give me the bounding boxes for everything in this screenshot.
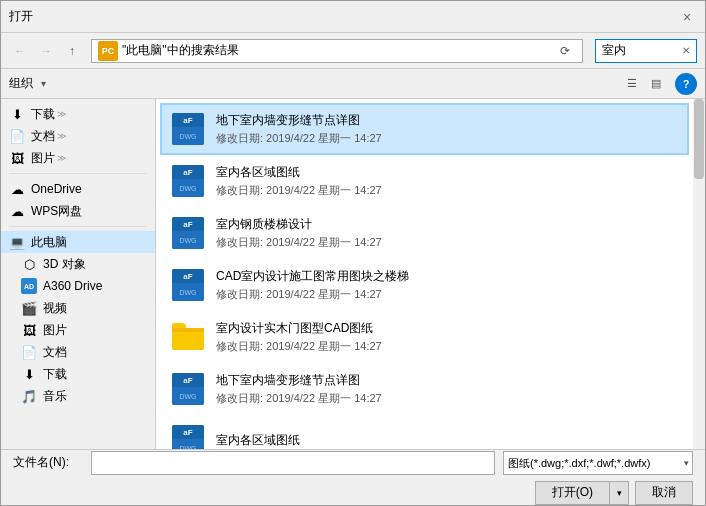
sidebar-item-pictures[interactable]: 🖼 图片 ≫ — [1, 147, 155, 169]
filename-input[interactable] — [91, 451, 495, 475]
sidebar-item-documents2[interactable]: 📄 文档 — [1, 341, 155, 363]
sidebar-item-a360[interactable]: AD A360 Drive — [1, 275, 155, 297]
file-name-7: 室内各区域图纸 — [216, 432, 679, 449]
close-button[interactable]: × — [677, 7, 697, 27]
file-icon-5 — [170, 319, 206, 355]
file-icon-2: aF DWG — [170, 163, 206, 199]
open-arrow-button[interactable]: ▾ — [609, 481, 629, 505]
documents2-icon: 📄 — [21, 344, 37, 360]
file-item-7[interactable]: aF DWG 室内各区域图纸 — [160, 415, 689, 449]
file-name-5: 室内设计实木门图型CAD图纸 — [216, 320, 679, 337]
sidebar-item-wpsdisk-label: WPS网盘 — [31, 203, 82, 220]
sidebar-item-download2-label: 下载 — [43, 366, 67, 383]
sidebar-item-videos[interactable]: 🎬 视频 — [1, 297, 155, 319]
pictures-icon: 🖼 — [9, 150, 25, 166]
file-icon-1: aF DWG — [170, 111, 206, 147]
sidebar-item-pictures2-label: 图片 — [43, 322, 67, 339]
download-icon: ⬇ — [9, 106, 25, 122]
search-input[interactable] — [596, 40, 676, 62]
videos-icon: 🎬 — [21, 300, 37, 316]
address-bar[interactable]: PC "此电脑"中的搜索结果 ⟳ — [91, 39, 583, 63]
file-info-6: 地下室内墙变形缝节点详图 修改日期: 2019/4/22 星期一 14:27 — [216, 372, 679, 406]
file-name-3: 室内钢质楼梯设计 — [216, 216, 679, 233]
sidebar-item-download[interactable]: ⬇ 下载 ≫ — [1, 103, 155, 125]
a360-icon: AD — [21, 278, 37, 294]
scrollbar[interactable] — [693, 99, 705, 449]
filetype-select[interactable]: 图纸(*.dwg;*.dxf;*.dwf;*.dwfx) — [503, 451, 693, 475]
sidebar-item-download-label: 下载 — [31, 106, 55, 123]
sidebar-item-thispc[interactable]: 💻 此电脑 — [1, 231, 155, 253]
3dobjects-icon: ⬡ — [21, 256, 37, 272]
open-dialog: 打开 × ← → ↑ PC "此电脑"中的搜索结果 ⟳ ✕ 组织 ▾ ☰ ▤ ? — [0, 0, 706, 506]
file-icon-6: aF DWG — [170, 371, 206, 407]
forward-button[interactable]: → — [35, 40, 57, 62]
file-icon-3: aF DWG — [170, 215, 206, 251]
address-text: "此电脑"中的搜索结果 — [122, 42, 554, 59]
refresh-button[interactable]: ⟳ — [554, 40, 576, 62]
file-info-4: CAD室内设计施工图常用图块之楼梯 修改日期: 2019/4/22 星期一 14… — [216, 268, 679, 302]
file-info-5: 室内设计实木门图型CAD图纸 修改日期: 2019/4/22 星期一 14:27 — [216, 320, 679, 354]
file-item-6[interactable]: aF DWG 地下室内墙变形缝节点详图 修改日期: 2019/4/22 星期一 … — [160, 363, 689, 415]
file-icon-7: aF DWG — [170, 423, 206, 449]
title-bar: 打开 × — [1, 1, 705, 33]
sidebar-item-download2[interactable]: ⬇ 下载 — [1, 363, 155, 385]
up-button[interactable]: ↑ — [61, 40, 83, 62]
file-item-4[interactable]: aF DWG CAD室内设计施工图常用图块之楼梯 修改日期: 2019/4/22… — [160, 259, 689, 311]
file-date-6: 修改日期: 2019/4/22 星期一 14:27 — [216, 391, 679, 406]
scroll-thumb[interactable] — [694, 99, 704, 179]
wpsdisk-icon: ☁ — [9, 203, 25, 219]
organize-dropdown[interactable]: ▾ — [41, 78, 46, 89]
file-item-5[interactable]: 室内设计实木门图型CAD图纸 修改日期: 2019/4/22 星期一 14:27 — [160, 311, 689, 363]
view-list-button[interactable]: ▤ — [645, 73, 667, 95]
dwg-icon-6: aF DWG — [172, 373, 204, 405]
sidebar-item-videos-label: 视频 — [43, 300, 67, 317]
sidebar-item-pictures-label: 图片 — [31, 150, 55, 167]
back-button[interactable]: ← — [9, 40, 31, 62]
file-item-2[interactable]: aF DWG 室内各区域图纸 修改日期: 2019/4/22 星期一 14:27 — [160, 155, 689, 207]
file-date-1: 修改日期: 2019/4/22 星期一 14:27 — [216, 131, 679, 146]
dwg-icon-2: aF DWG — [172, 165, 204, 197]
sidebar-separator-2 — [9, 226, 147, 227]
dwg-icon-1: aF DWG — [172, 113, 204, 145]
sidebar-item-documents[interactable]: 📄 文档 ≫ — [1, 125, 155, 147]
file-date-2: 修改日期: 2019/4/22 星期一 14:27 — [216, 183, 679, 198]
open-button-group: 打开(O) ▾ — [535, 481, 629, 505]
file-info-2: 室内各区域图纸 修改日期: 2019/4/22 星期一 14:27 — [216, 164, 679, 198]
file-item-1[interactable]: aF DWG 地下室内墙变形缝节点详图 修改日期: 2019/4/22 星期一 … — [160, 103, 689, 155]
sidebar-item-pictures2[interactable]: 🖼 图片 — [1, 319, 155, 341]
sidebar-item-3dobjects[interactable]: ⬡ 3D 对象 — [1, 253, 155, 275]
open-button[interactable]: 打开(O) — [535, 481, 609, 505]
file-info-3: 室内钢质楼梯设计 修改日期: 2019/4/22 星期一 14:27 — [216, 216, 679, 250]
documents-icon: 📄 — [9, 128, 25, 144]
organize-label: 组织 — [9, 75, 33, 92]
nav-bar: 组织 ▾ ☰ ▤ ? — [1, 69, 705, 99]
sidebar-item-documents-label: 文档 — [31, 128, 55, 145]
file-date-5: 修改日期: 2019/4/22 星期一 14:27 — [216, 339, 679, 354]
pin-icon-2: ≫ — [57, 131, 66, 141]
search-clear-button[interactable]: ✕ — [676, 40, 696, 62]
file-date-3: 修改日期: 2019/4/22 星期一 14:27 — [216, 235, 679, 250]
sidebar-separator-1 — [9, 173, 147, 174]
pictures2-icon: 🖼 — [21, 322, 37, 338]
file-icon-4: aF DWG — [170, 267, 206, 303]
sidebar-item-wpsdisk[interactable]: ☁ WPS网盘 — [1, 200, 155, 222]
sidebar-item-onedrive[interactable]: ☁ OneDrive — [1, 178, 155, 200]
sidebar-item-a360-label: A360 Drive — [43, 279, 102, 293]
help-button[interactable]: ? — [675, 73, 697, 95]
address-toolbar: ← → ↑ PC "此电脑"中的搜索结果 ⟳ ✕ — [1, 33, 705, 69]
address-icon: PC — [98, 41, 118, 61]
onedrive-icon: ☁ — [9, 181, 25, 197]
download2-icon: ⬇ — [21, 366, 37, 382]
view-buttons: ☰ ▤ — [621, 73, 667, 95]
filename-row: 文件名(N): 图纸(*.dwg;*.dxf;*.dwf;*.dwfx) ▾ — [13, 451, 693, 475]
file-info-1: 地下室内墙变形缝节点详图 修改日期: 2019/4/22 星期一 14:27 — [216, 112, 679, 146]
filename-label: 文件名(N): — [13, 454, 83, 471]
dwg-icon-7: aF DWG — [172, 425, 204, 449]
content-area: ⬇ 下载 ≫ 📄 文档 ≫ 🖼 图片 ≫ ☁ OneDrive ☁ WPS网盘 — [1, 99, 705, 449]
sidebar-item-music[interactable]: 🎵 音乐 — [1, 385, 155, 407]
view-details-button[interactable]: ☰ — [621, 73, 643, 95]
sidebar-item-3dobjects-label: 3D 对象 — [43, 256, 86, 273]
cancel-button[interactable]: 取消 — [635, 481, 693, 505]
file-item-3[interactable]: aF DWG 室内钢质楼梯设计 修改日期: 2019/4/22 星期一 14:2… — [160, 207, 689, 259]
action-row: 打开(O) ▾ 取消 — [13, 481, 693, 505]
